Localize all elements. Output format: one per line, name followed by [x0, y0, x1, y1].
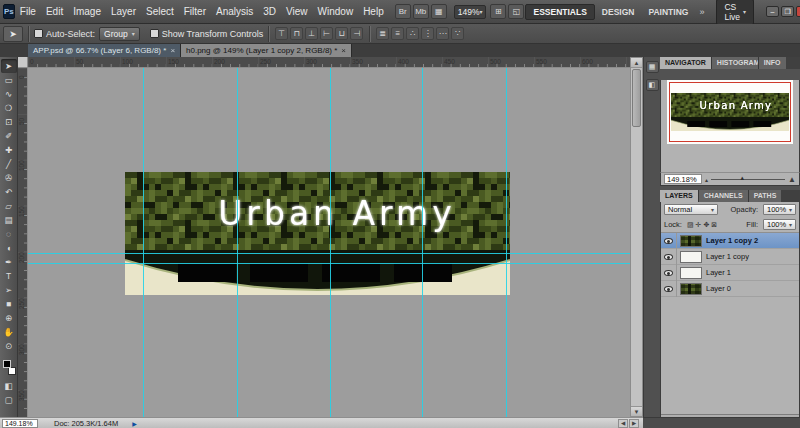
- document-canvas[interactable]: [28, 68, 630, 417]
- tab-histogram[interactable]: HISTOGRAM: [711, 57, 758, 69]
- launch-bridge-button[interactable]: Br: [395, 4, 411, 19]
- view-extras-icon[interactable]: ▦: [431, 4, 447, 19]
- guide-horizontal[interactable]: [28, 253, 630, 254]
- layer-name[interactable]: Layer 1 copy: [702, 252, 749, 261]
- guide-vertical[interactable]: [330, 68, 331, 417]
- menu-analysis[interactable]: Analysis: [211, 0, 258, 23]
- dodge-tool[interactable]: ◖: [1, 241, 17, 255]
- lock-transparency-icon[interactable]: ▨: [687, 221, 694, 229]
- layer-row-layer-1-copy-2[interactable]: Layer 1 copy 2: [661, 233, 799, 249]
- guide-vertical[interactable]: [506, 68, 507, 417]
- layer-thumbnail[interactable]: [680, 251, 702, 263]
- visibility-toggle[interactable]: [661, 249, 677, 265]
- current-tool-icon[interactable]: ➤: [3, 26, 23, 42]
- arrange-documents-icon[interactable]: ⊞: [490, 4, 506, 19]
- align-vertical-centers-icon[interactable]: ⊓: [290, 27, 303, 40]
- tab-channels[interactable]: CHANNELS: [698, 190, 748, 202]
- path-selection-tool[interactable]: ➢: [1, 283, 17, 297]
- lock-all-icon[interactable]: ⊠: [711, 221, 717, 229]
- zoom-out-mountain-icon[interactable]: ▴: [705, 176, 708, 183]
- navigator-zoom-slider[interactable]: ▲: [711, 174, 785, 184]
- auto-select-checkbox[interactable]: [34, 29, 43, 38]
- close-button[interactable]: ✕: [796, 6, 800, 17]
- photoshop-logo-icon[interactable]: Ps: [3, 4, 15, 19]
- tab-paths[interactable]: PATHS: [748, 190, 782, 202]
- tab-navigator[interactable]: NAVIGATOR: [660, 57, 711, 69]
- healing-brush-tool[interactable]: ✚: [1, 143, 17, 157]
- menu-file[interactable]: File: [15, 0, 41, 23]
- layer-row-layer-1[interactable]: Layer 1: [661, 265, 799, 281]
- layer-thumbnail[interactable]: [680, 283, 702, 295]
- align-top-edges-icon[interactable]: ⊤: [275, 27, 288, 40]
- scroll-right-icon[interactable]: ▶: [629, 419, 639, 428]
- workspace-overflow-icon[interactable]: »: [695, 7, 708, 17]
- distribute-left-edges-icon[interactable]: ⋮: [421, 27, 434, 40]
- 3d-rotate-tool[interactable]: ⊕: [1, 311, 17, 325]
- navigator-zoom-field[interactable]: 149.18%: [664, 174, 702, 184]
- fill-dropdown[interactable]: 100% ▾: [763, 219, 796, 230]
- workspace-design[interactable]: DESIGN: [595, 5, 642, 19]
- guide-vertical[interactable]: [143, 68, 144, 417]
- close-icon[interactable]: ×: [341, 46, 346, 55]
- lock-position-icon[interactable]: ✥: [703, 221, 709, 229]
- distribute-right-edges-icon[interactable]: ∵: [451, 27, 464, 40]
- brush-tool[interactable]: ╱: [1, 157, 17, 171]
- status-zoom-field[interactable]: 149.18%: [2, 419, 38, 428]
- distribute-vertical-centers-icon[interactable]: ≡: [391, 27, 404, 40]
- menu-layer[interactable]: Layer: [106, 0, 141, 23]
- horizontal-ruler[interactable]: 0 50 100 150 200 250 300 350 400 450 500…: [28, 57, 630, 68]
- gradient-tool[interactable]: ▤: [1, 213, 17, 227]
- zoom-tool[interactable]: ⊙: [1, 339, 17, 353]
- zoom-in-mountain-icon[interactable]: ▲: [788, 175, 796, 184]
- menu-help[interactable]: Help: [358, 0, 389, 23]
- navigator-thumbnail[interactable]: [667, 80, 793, 144]
- menu-select[interactable]: Select: [141, 0, 179, 23]
- layer-thumbnail[interactable]: [680, 267, 702, 279]
- vertical-scroll-thumb[interactable]: [632, 69, 641, 127]
- distribute-top-edges-icon[interactable]: ≣: [376, 27, 389, 40]
- layer-row-layer-0[interactable]: Layer 0: [661, 281, 799, 297]
- menu-edit[interactable]: Edit: [41, 0, 68, 23]
- vertical-ruler[interactable]: 0 50 100 150 200 250 300 350: [18, 68, 28, 417]
- type-tool[interactable]: T: [1, 269, 17, 283]
- layer-name[interactable]: Layer 1: [702, 268, 731, 277]
- layer-name[interactable]: Layer 1 copy 2: [702, 236, 758, 245]
- status-options-arrow-icon[interactable]: ▶: [132, 420, 137, 427]
- document-tab-app-psd[interactable]: APP.psd @ 66.7% (Layer 6, RGB/8) * ×: [28, 44, 181, 57]
- scroll-left-icon[interactable]: ◀: [618, 419, 628, 428]
- tab-layers[interactable]: LAYERS: [660, 190, 698, 202]
- guide-vertical[interactable]: [422, 68, 423, 417]
- shape-tool[interactable]: ■: [1, 297, 17, 311]
- document-tab-h0-png[interactable]: h0.png @ 149% (Layer 1 copy 2, RGB/8) * …: [181, 44, 352, 57]
- scroll-up-icon[interactable]: ▲: [631, 58, 642, 68]
- quick-selection-tool[interactable]: ❍: [1, 101, 17, 115]
- crop-tool[interactable]: ⊡: [1, 115, 17, 129]
- cs-live-button[interactable]: CS Live ▾: [716, 0, 754, 25]
- foreground-color-swatch[interactable]: [3, 360, 11, 368]
- align-bottom-edges-icon[interactable]: ⊥: [305, 27, 318, 40]
- canvas-vertical-scrollbar[interactable]: ▲ ▼: [630, 57, 643, 417]
- opacity-dropdown[interactable]: 100% ▾: [763, 204, 796, 215]
- menu-3d[interactable]: 3D: [258, 0, 281, 23]
- launch-mini-bridge-button[interactable]: Mb: [413, 4, 429, 19]
- menu-image[interactable]: Image: [68, 0, 106, 23]
- close-icon[interactable]: ×: [170, 46, 175, 55]
- urban-army-banner-image[interactable]: [125, 172, 510, 295]
- guide-vertical[interactable]: [237, 68, 238, 417]
- show-transform-controls-checkbox[interactable]: [150, 29, 159, 38]
- background-color-swatch[interactable]: [8, 367, 16, 375]
- auto-select-group-dropdown[interactable]: Group ▾: [99, 27, 140, 41]
- clone-stamp-tool[interactable]: ✇: [1, 171, 17, 185]
- distribute-horizontal-centers-icon[interactable]: ⋯: [436, 27, 449, 40]
- align-right-edges-icon[interactable]: ⊣: [350, 27, 363, 40]
- restore-button[interactable]: ❐: [781, 6, 794, 17]
- ruler-origin-corner[interactable]: [18, 57, 28, 68]
- blur-tool[interactable]: ◌: [1, 227, 17, 241]
- pen-tool[interactable]: ✒: [1, 255, 17, 269]
- align-left-edges-icon[interactable]: ⊢: [320, 27, 333, 40]
- slider-thumb-icon[interactable]: ▲: [739, 175, 745, 181]
- visibility-toggle[interactable]: [661, 265, 677, 281]
- distribute-bottom-edges-icon[interactable]: ∴: [406, 27, 419, 40]
- collapsed-panel-icon-2[interactable]: ◧: [646, 79, 659, 91]
- screen-mode-icon[interactable]: ◱: [508, 4, 524, 19]
